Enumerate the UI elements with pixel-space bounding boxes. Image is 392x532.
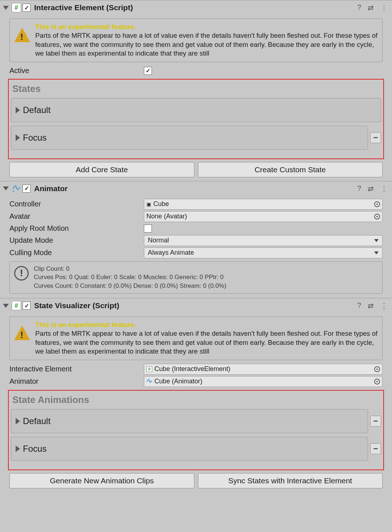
component-title: Animator bbox=[34, 184, 356, 193]
active-checkbox[interactable] bbox=[144, 67, 152, 75]
component-animator: Animator ? ⇄ ⋮ Controller ▣ Cube Avatar … bbox=[0, 181, 392, 298]
component-title: Interactive Element (Script) bbox=[34, 3, 356, 12]
animator-ref-label: Animator bbox=[9, 377, 144, 386]
component-header[interactable]: Animator ? ⇄ ⋮ bbox=[0, 181, 392, 196]
preset-icon[interactable]: ⇄ bbox=[368, 301, 374, 310]
component-state-visualizer: # State Visualizer (Script) ? ⇄ ⋮ This i… bbox=[0, 298, 392, 492]
animator-type-icon bbox=[146, 379, 152, 384]
controller-field[interactable]: ▣ Cube bbox=[144, 199, 383, 210]
chevron-right-icon bbox=[16, 107, 20, 113]
enabled-checkbox[interactable] bbox=[23, 4, 31, 12]
remove-state-button[interactable]: − bbox=[370, 132, 381, 143]
culling-mode-value: Always Animate bbox=[148, 249, 194, 257]
avatar-label: Avatar bbox=[9, 212, 144, 221]
update-mode-label: Update Mode bbox=[9, 236, 144, 245]
interactive-element-value: Cube (InteractiveElement) bbox=[154, 365, 230, 373]
script-type-icon: # bbox=[146, 366, 152, 372]
menu-icon[interactable]: ⋮ bbox=[380, 3, 388, 12]
foldout-icon[interactable] bbox=[3, 186, 9, 190]
add-core-state-button[interactable]: Add Core State bbox=[9, 162, 194, 177]
chevron-right-icon bbox=[16, 418, 20, 424]
controller-label: Controller bbox=[9, 200, 144, 208]
animation-state-focus[interactable]: Focus bbox=[11, 437, 368, 461]
stats-line: Clip Count: 0 bbox=[34, 265, 226, 273]
preset-icon[interactable]: ⇄ bbox=[368, 3, 374, 12]
culling-mode-label: Culling Mode bbox=[9, 249, 144, 257]
active-label: Active bbox=[9, 66, 144, 75]
state-label: Focus bbox=[23, 444, 47, 454]
states-title: States bbox=[12, 83, 381, 94]
stats-line: Curves Pos: 0 Quat: 0 Euler: 0 Scale: 0 … bbox=[34, 273, 226, 282]
warning-headline: This is an experimental feature. bbox=[35, 321, 136, 329]
chevron-right-icon bbox=[16, 446, 20, 452]
apply-root-motion-checkbox[interactable] bbox=[144, 225, 152, 233]
animator-stats: ! Clip Count: 0 Curves Pos: 0 Quat: 0 Eu… bbox=[9, 261, 383, 294]
preset-icon[interactable]: ⇄ bbox=[368, 184, 374, 193]
chevron-right-icon bbox=[16, 134, 20, 141]
sync-states-button[interactable]: Sync States with Interactive Element bbox=[198, 473, 383, 488]
state-default[interactable]: Default bbox=[11, 98, 381, 122]
generate-clips-button[interactable]: Generate New Animation Clips bbox=[9, 473, 194, 488]
state-label: Default bbox=[23, 416, 50, 426]
controller-type-icon: ▣ bbox=[146, 201, 151, 207]
warning-body: Parts of the MRTK appear to have a lot o… bbox=[35, 32, 377, 57]
script-icon: # bbox=[12, 301, 21, 310]
culling-mode-dropdown[interactable]: Always Animate bbox=[144, 247, 383, 258]
stats-line: Curves Count: 0 Constant: 0 (0.0%) Dense… bbox=[34, 282, 226, 290]
create-custom-state-button[interactable]: Create Custom State bbox=[198, 162, 383, 177]
warning-icon bbox=[14, 28, 30, 42]
avatar-field[interactable]: None (Avatar) bbox=[144, 211, 383, 222]
state-focus[interactable]: Focus bbox=[11, 126, 368, 150]
state-label: Focus bbox=[23, 133, 47, 143]
experimental-warning: This is an experimental feature. Parts o… bbox=[9, 317, 383, 360]
foldout-icon[interactable] bbox=[3, 304, 9, 308]
avatar-value: None (Avatar) bbox=[146, 213, 187, 220]
info-icon: ! bbox=[14, 266, 29, 281]
controller-value: Cube bbox=[153, 200, 169, 208]
warning-headline: This is an experimental feature. bbox=[35, 23, 136, 31]
experimental-warning: This is an experimental feature. Parts o… bbox=[9, 19, 383, 62]
animation-state-default[interactable]: Default bbox=[11, 409, 368, 433]
state-animations-title: State Animations bbox=[12, 394, 381, 406]
update-mode-value: Normal bbox=[148, 237, 169, 244]
interactive-element-label: Interactive Element bbox=[9, 365, 144, 373]
menu-icon[interactable]: ⋮ bbox=[380, 301, 388, 310]
remove-state-button[interactable]: − bbox=[370, 416, 381, 427]
component-header[interactable]: # Interactive Element (Script) ? ⇄ ⋮ bbox=[0, 0, 392, 15]
help-icon[interactable]: ? bbox=[357, 301, 361, 310]
interactive-element-field[interactable]: # Cube (InteractiveElement) bbox=[144, 364, 383, 375]
object-picker-icon[interactable] bbox=[374, 201, 380, 207]
state-animations-section: State Animations Default − Focus − bbox=[8, 390, 384, 470]
foldout-icon[interactable] bbox=[3, 6, 9, 10]
svg-point-0 bbox=[13, 190, 14, 192]
enabled-checkbox[interactable] bbox=[23, 302, 31, 310]
states-section: States Default Focus − bbox=[8, 79, 384, 159]
update-mode-dropdown[interactable]: Normal bbox=[144, 235, 383, 246]
animator-icon bbox=[12, 184, 21, 193]
object-picker-icon[interactable] bbox=[374, 366, 380, 372]
script-icon: # bbox=[12, 3, 21, 12]
enabled-checkbox[interactable] bbox=[23, 185, 31, 193]
help-icon[interactable]: ? bbox=[357, 184, 361, 193]
component-interactive-element: # Interactive Element (Script) ? ⇄ ⋮ Thi… bbox=[0, 0, 392, 181]
object-picker-icon[interactable] bbox=[374, 379, 380, 384]
state-label: Default bbox=[23, 105, 50, 115]
component-header[interactable]: # State Visualizer (Script) ? ⇄ ⋮ bbox=[0, 298, 392, 313]
remove-state-button[interactable]: − bbox=[370, 443, 381, 454]
menu-icon[interactable]: ⋮ bbox=[380, 184, 388, 193]
animator-ref-field[interactable]: Cube (Animator) bbox=[144, 376, 383, 387]
help-icon[interactable]: ? bbox=[357, 3, 361, 12]
object-picker-icon[interactable] bbox=[374, 214, 380, 219]
warning-body: Parts of the MRTK appear to have a lot o… bbox=[35, 330, 377, 355]
animator-ref-value: Cube (Animator) bbox=[154, 378, 202, 385]
component-title: State Visualizer (Script) bbox=[34, 301, 356, 310]
apply-root-motion-label: Apply Root Motion bbox=[9, 224, 144, 233]
warning-icon bbox=[14, 326, 30, 340]
